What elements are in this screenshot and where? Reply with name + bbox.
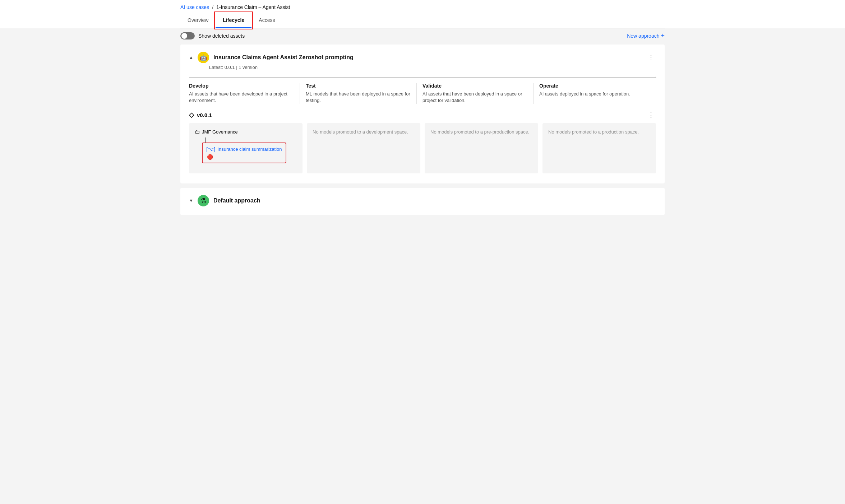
- empty-operate-text: No models promoted to a production space…: [548, 129, 639, 135]
- version-label: ◇ v0.0.1: [189, 111, 212, 119]
- empty-validate-text: No models promoted to a pre-production s…: [430, 129, 529, 135]
- stage-develop-desc: AI assets that have been developed in a …: [189, 91, 294, 104]
- version-row: ◇ v0.0.1 ⋮: [189, 111, 656, 119]
- approach-icon-2: ⚗: [198, 195, 209, 206]
- diamond-icon: ◇: [189, 111, 194, 119]
- breadcrumb-current: 1-Insurance Claim – Agent Assist: [216, 4, 290, 10]
- new-approach-plus-icon: +: [661, 32, 665, 39]
- new-approach-button[interactable]: New approach +: [627, 32, 665, 39]
- deleted-assets-toggle[interactable]: [180, 32, 195, 39]
- asset-item[interactable]: [⌥] Insurance claim summarization 🔴: [202, 143, 286, 163]
- version-more-menu[interactable]: ⋮: [646, 112, 656, 118]
- asset-item-icon: [⌥]: [206, 146, 215, 153]
- toggle-group: Show deleted assets: [180, 32, 245, 39]
- version-number: v0.0.1: [197, 112, 212, 118]
- folder-name: JMF Governance: [202, 129, 238, 135]
- tab-overview[interactable]: Overview: [180, 13, 216, 28]
- stage-test-desc: ML models that have been deployed in a s…: [306, 91, 411, 104]
- stage-operate: Operate AI assets deployed in a space fo…: [539, 83, 656, 104]
- assets-grid: 🗀 JMF Governance [⌥] Insurance claim sum…: [189, 123, 656, 173]
- collapse-button-1[interactable]: ▲: [189, 55, 193, 60]
- new-approach-label: New approach: [627, 33, 659, 39]
- approach-card-1: ▲ 🤖 Insurance Claims Agent Assist Zerosh…: [180, 45, 665, 183]
- stage-test: Test ML models that have been deployed i…: [306, 83, 417, 104]
- approach-title-1: Insurance Claims Agent Assist Zeroshot p…: [213, 54, 354, 61]
- breadcrumb: AI use cases / 1-Insurance Claim – Agent…: [180, 0, 665, 13]
- stage-validate-desc: AI assets that have been deployed in a s…: [422, 91, 527, 104]
- stage-test-name: Test: [306, 83, 411, 89]
- tabs-bar: Overview Lifecycle Access: [180, 13, 665, 28]
- asset-item-header: [⌥] Insurance claim summarization: [206, 146, 282, 153]
- asset-error-icon: 🔴: [207, 154, 282, 160]
- stages-row: Develop AI assets that have been develop…: [189, 78, 656, 104]
- collapse-button-2[interactable]: ▼: [189, 198, 193, 203]
- approach-more-menu-1[interactable]: ⋮: [646, 54, 656, 61]
- stage-develop-name: Develop: [189, 83, 294, 89]
- stage-develop: Develop AI assets that have been develop…: [189, 83, 300, 104]
- empty-test-text: No models promoted to a development spac…: [313, 129, 408, 135]
- breadcrumb-separator: /: [212, 4, 213, 10]
- asset-col-develop: 🗀 JMF Governance [⌥] Insurance claim sum…: [189, 123, 303, 173]
- tab-lifecycle[interactable]: Lifecycle: [216, 13, 251, 28]
- asset-col-test: No models promoted to a development spac…: [307, 123, 420, 173]
- toggle-label: Show deleted assets: [198, 33, 245, 39]
- connector-line: [205, 137, 206, 143]
- asset-col-validate: No models promoted to a pre-production s…: [425, 123, 538, 173]
- asset-folder-row: 🗀 JMF Governance: [195, 129, 297, 135]
- folder-icon: 🗀: [195, 129, 200, 135]
- stage-validate: Validate AI assets that have been deploy…: [422, 83, 534, 104]
- toolbar-row: Show deleted assets New approach +: [180, 28, 665, 45]
- stage-operate-name: Operate: [539, 83, 650, 89]
- asset-col-operate: No models promoted to a production space…: [542, 123, 656, 173]
- approach-header-2: ▼ ⚗ Default approach: [189, 195, 656, 206]
- approach-icon-1: 🤖: [198, 52, 209, 63]
- asset-item-label: Insurance claim summarization: [217, 146, 282, 153]
- breadcrumb-link[interactable]: AI use cases: [180, 4, 209, 10]
- stage-validate-name: Validate: [422, 83, 527, 89]
- approach-header-1: ▲ 🤖 Insurance Claims Agent Assist Zerosh…: [189, 52, 656, 63]
- approach-subtitle-1: Latest: 0.0.1 | 1 version: [209, 65, 656, 70]
- approach-title-2: Default approach: [213, 197, 260, 204]
- tab-access[interactable]: Access: [251, 13, 282, 28]
- stage-operate-desc: AI assets deployed in a space for operat…: [539, 91, 650, 97]
- approach-card-2: ▼ ⚗ Default approach: [180, 188, 665, 215]
